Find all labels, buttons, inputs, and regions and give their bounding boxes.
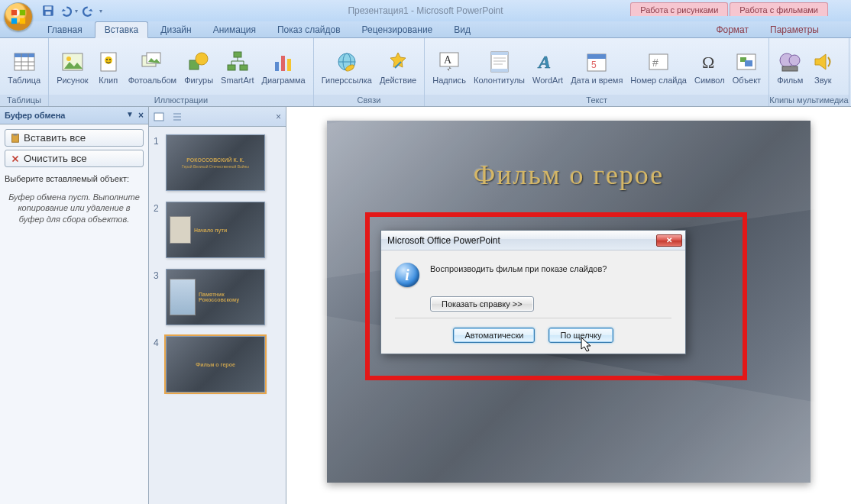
svg-point-18 (109, 59, 111, 60)
label: Символ (694, 76, 725, 85)
svg-rect-6 (46, 11, 51, 15)
label: Фильм (777, 76, 803, 85)
qat-save[interactable] (41, 4, 55, 18)
current-slide[interactable]: Фильм о герое Microsoft Office PowerPoin… (327, 121, 811, 483)
dialog-close-button[interactable]: ✕ (656, 234, 682, 247)
svg-rect-53 (782, 66, 798, 71)
ribbon-group-media: Фильм Звук Клипы мультимедиа (769, 38, 849, 106)
svg-rect-0 (11, 10, 17, 15)
svg-rect-25 (240, 65, 248, 70)
qat-customize[interactable]: ▾ (99, 4, 104, 18)
clipboard-pane-options[interactable]: ▼ (126, 110, 134, 121)
context-tab-pictures[interactable]: Работа с рисунками (630, 2, 728, 16)
tab-animation[interactable]: Анимация (204, 22, 265, 37)
ribbon-hyperlink[interactable]: Гиперссылка (319, 48, 375, 86)
qat-undo[interactable] (58, 4, 72, 18)
svg-point-52 (789, 55, 800, 66)
ribbon-shapes[interactable]: Фигуры (181, 48, 216, 86)
clipboard-select-label: Выберите вставляемый объект: (0, 172, 148, 186)
slides-pane-close[interactable]: × (276, 111, 281, 122)
clear-all-button[interactable]: Очистить все (5, 150, 144, 167)
svg-rect-2 (11, 18, 17, 24)
tab-home[interactable]: Главная (38, 22, 92, 37)
symbol-icon: Ω (697, 50, 722, 74)
label: Диаграмма (262, 76, 306, 85)
ribbon-smartart[interactable]: SmartArt (218, 48, 257, 86)
picture-icon (60, 50, 85, 74)
label: Надпись (432, 76, 466, 85)
ribbon-action[interactable]: Действие (377, 48, 419, 86)
svg-rect-23 (234, 52, 241, 57)
t: РОКОССОВСКИЙ К. К. (186, 157, 244, 163)
show-help-button[interactable]: Показать справку >> (430, 296, 534, 312)
svg-text:A: A (444, 54, 452, 66)
ribbon-table[interactable]: Таблица (5, 48, 44, 86)
context-tab-movies[interactable]: Работа с фильмами (730, 2, 828, 16)
slide-number: 2 (154, 202, 161, 258)
tab-review[interactable]: Рецензирование (353, 22, 442, 37)
office-button[interactable] (4, 2, 33, 31)
svg-point-14 (66, 57, 71, 61)
svg-rect-43 (587, 54, 606, 59)
ribbon-chart[interactable]: Диаграмма (259, 48, 309, 86)
play-automatically-button[interactable]: Автоматически (453, 328, 535, 343)
slide-thumbnail-4[interactable]: 4 Фильм о герое (154, 336, 281, 393)
clipboard-pane-close[interactable]: × (138, 110, 144, 121)
office-logo-icon (10, 8, 27, 25)
clipboard-empty-message: Буфер обмена пуст. Выполните копирование… (0, 186, 148, 231)
slides-pane: × 1 РОКОССОВСКИЙ К. К.Герой Великой Отеч… (149, 107, 286, 504)
slide-number: 3 (154, 269, 161, 325)
ribbon-picture[interactable]: Рисунок (53, 48, 92, 86)
svg-point-17 (106, 59, 108, 60)
slide-number: 1 (154, 134, 161, 191)
svg-rect-56 (154, 113, 163, 121)
ribbon-textbox[interactable]: AНадпись (429, 48, 469, 86)
ribbon-tabs: Главная Вставка Дизайн Анимация Показ сл… (0, 21, 851, 38)
tab-params[interactable]: Параметры (761, 22, 828, 37)
ribbon-clip[interactable]: Клип (93, 48, 124, 86)
slide-thumbnail-3[interactable]: 3 Памятник Рокоссовскому (154, 269, 281, 325)
outline-tab-icon[interactable] (172, 111, 183, 122)
movie-icon (778, 50, 802, 74)
play-on-click-button[interactable]: По щелчку (548, 328, 613, 343)
label: Гиперссылка (322, 76, 372, 85)
svg-text:Ω: Ω (702, 53, 714, 72)
tab-format[interactable]: Формат (707, 22, 758, 37)
ribbon-wordart[interactable]: AWordArt (529, 48, 566, 86)
headerfooter-icon (487, 50, 512, 74)
t: Памятник Рокоссовскому (199, 292, 261, 302)
svg-rect-1 (20, 10, 25, 15)
slide-thumbnail-1[interactable]: 1 РОКОССОВСКИЙ К. К.Герой Великой Отечес… (154, 134, 281, 191)
divider (395, 318, 671, 318)
slide-thumbnail-2[interactable]: 2 Начало пути (154, 202, 281, 258)
tab-view[interactable]: Вид (445, 22, 480, 37)
ribbon-headerfooter[interactable]: Колонтитулы (471, 48, 528, 86)
insert-movie-dialog: Microsoft Office PowerPoint ✕ i Воспроиз… (380, 230, 686, 354)
clipboard-pane-title: Буфер обмена (5, 111, 66, 120)
slides-tab-icon[interactable] (154, 111, 164, 122)
label: Клип (99, 76, 118, 85)
ribbon-object[interactable]: Объект (730, 48, 764, 86)
tab-design[interactable]: Дизайн (151, 22, 200, 37)
redo-icon (83, 4, 96, 18)
svg-rect-26 (275, 62, 279, 71)
paste-all-button[interactable]: Вставить все (5, 129, 144, 147)
svg-rect-5 (45, 6, 52, 10)
tab-insert[interactable]: Вставка (95, 21, 149, 38)
ribbon-datetime[interactable]: 5Дата и время (568, 48, 626, 86)
ribbon-symbol[interactable]: ΩСимвол (691, 48, 728, 86)
label: Очистить все (24, 153, 87, 164)
ribbon-movie[interactable]: Фильм (774, 48, 806, 86)
ribbon-table-label: Таблица (8, 76, 40, 85)
undo-icon (58, 4, 72, 18)
ribbon-album[interactable]: Фотоальбом (125, 48, 180, 86)
qat-undo-menu[interactable]: ▾ (75, 4, 79, 18)
ribbon-slidenum[interactable]: #Номер слайда (627, 48, 690, 86)
ribbon-group-links-label: Связи (314, 95, 425, 106)
qat-redo[interactable] (83, 4, 96, 18)
chart-icon (271, 50, 296, 74)
tab-slideshow[interactable]: Показ слайдов (268, 22, 350, 37)
quick-access-toolbar: ▾ ▾ (38, 4, 107, 18)
ribbon-sound[interactable]: Звук (807, 48, 838, 86)
object-icon (734, 50, 759, 74)
